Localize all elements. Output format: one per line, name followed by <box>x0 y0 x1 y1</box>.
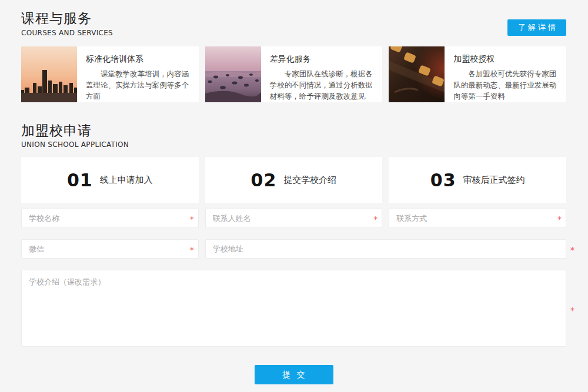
school-intro-field-wrap: * <box>21 270 566 349</box>
application-form: * * * * * * <box>21 209 566 349</box>
contact-phone-input[interactable] <box>389 209 566 228</box>
step-number: 02 <box>251 170 277 190</box>
service-card-title: 差异化服务 <box>270 54 375 65</box>
service-card-text: 差异化服务 专家团队在线诊断，根据各学校的不同情况，通过分析数据材料等，给予评测… <box>261 46 383 102</box>
submit-row: 提交 <box>21 365 566 384</box>
page: 课程与服务 COURSES AND SERVICES 了解详情 <box>0 0 588 384</box>
step-card-apply-online: 01 线上申请加入 <box>21 157 199 203</box>
service-card-text: 加盟校授权 各加盟校可优先获得专家团队的最新动态、最新行业发展动向等第一手资料 <box>445 46 566 102</box>
school-address-input[interactable] <box>205 239 566 259</box>
service-card-differentiated-service: 差异化服务 专家团队在线诊断，根据各学校的不同情况，通过分析数据材料等，给予评测… <box>205 46 383 102</box>
service-card-title: 加盟校授权 <box>453 54 558 65</box>
required-asterisk: * <box>373 215 377 223</box>
step-label: 审核后正式签约 <box>463 175 525 186</box>
required-asterisk: * <box>570 245 574 253</box>
contact-name-field-wrap: * <box>205 209 383 228</box>
service-card-desc: 专家团队在线诊断，根据各学校的不同情况，通过分析数据材料等，给予评测及教改意见 <box>270 68 375 102</box>
wechat-input[interactable] <box>21 239 199 259</box>
application-section-header: 加盟校申请 UNION SCHOOL APPLICATION <box>21 123 566 149</box>
city-skyline-sunset-image <box>21 46 77 102</box>
wechat-field-wrap: * <box>21 239 199 259</box>
school-address-field-wrap: * <box>205 239 566 259</box>
school-name-field-wrap: * <box>21 209 199 228</box>
contact-phone-field-wrap: * <box>389 209 566 228</box>
step-label: 线上申请加入 <box>100 175 153 186</box>
school-name-input[interactable] <box>21 209 199 228</box>
film-strip-image <box>389 46 445 102</box>
application-steps-row: 01 线上申请加入 02 提交学校介绍 03 审核后正式签约 <box>21 157 566 203</box>
service-card-title: 标准化培训体系 <box>86 54 191 65</box>
desert-dusk-image <box>205 46 261 102</box>
services-subtitle: COURSES AND SERVICES <box>21 29 566 37</box>
service-card-text: 标准化培训体系 课堂教学改革培训，内容涵盖理论、实操方法与案例等多个方面 <box>77 46 199 102</box>
step-label: 提交学校介绍 <box>283 175 336 186</box>
services-title: 课程与服务 <box>21 11 566 27</box>
required-asterisk: * <box>190 245 194 253</box>
step-card-submit-intro: 02 提交学校介绍 <box>205 157 383 203</box>
application-section: 加盟校申请 UNION SCHOOL APPLICATION 01 线上申请加入… <box>21 123 566 385</box>
step-number: 01 <box>67 170 93 190</box>
service-card-desc: 各加盟校可优先获得专家团队的最新动态、最新行业发展动向等第一手资料 <box>453 68 558 102</box>
application-title: 加盟校申请 <box>21 123 566 139</box>
required-asterisk: * <box>557 215 562 223</box>
service-card-desc: 课堂教学改革培训，内容涵盖理论、实操方法与案例等多个方面 <box>86 68 191 102</box>
step-card-sign-contract: 03 审核后正式签约 <box>389 157 566 203</box>
contact-name-input[interactable] <box>205 209 383 228</box>
required-asterisk: * <box>190 215 194 223</box>
required-asterisk: * <box>570 306 574 314</box>
service-card-standard-training: 标准化培训体系 课堂教学改革培训，内容涵盖理论、实操方法与案例等多个方面 <box>21 46 199 102</box>
services-section-header: 课程与服务 COURSES AND SERVICES 了解详情 <box>21 11 566 37</box>
application-subtitle: UNION SCHOOL APPLICATION <box>21 140 566 149</box>
school-intro-textarea[interactable] <box>21 270 566 347</box>
submit-button[interactable]: 提交 <box>255 365 333 384</box>
service-card-franchise-authorization: 加盟校授权 各加盟校可优先获得专家团队的最新动态、最新行业发展动向等第一手资料 <box>389 46 566 102</box>
service-cards-row: 标准化培训体系 课堂教学改革培训，内容涵盖理论、实操方法与案例等多个方面 <box>21 46 566 102</box>
learn-more-button[interactable]: 了解详情 <box>507 19 566 36</box>
step-number: 03 <box>430 170 456 190</box>
